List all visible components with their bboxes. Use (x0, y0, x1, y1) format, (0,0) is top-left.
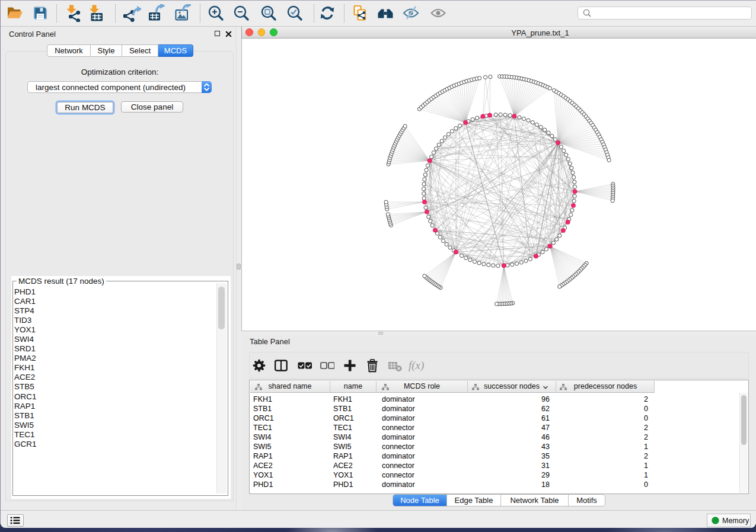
svg-text:f(x): f(x) (409, 359, 424, 372)
